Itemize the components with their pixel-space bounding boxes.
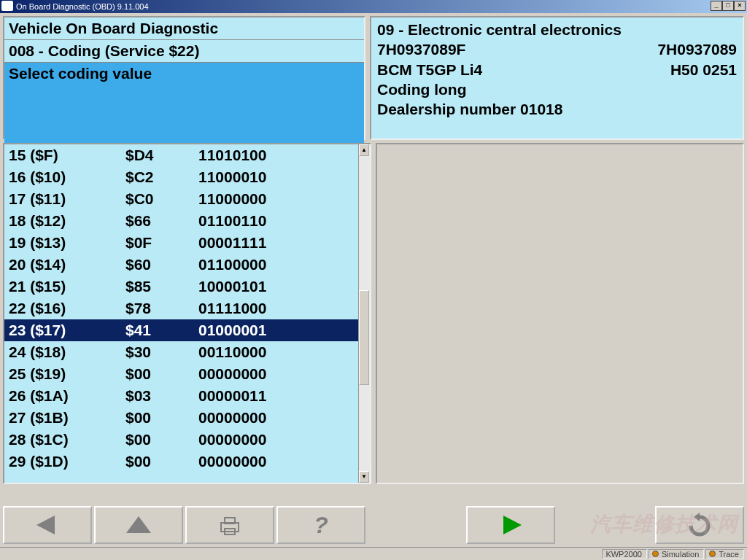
up-button[interactable]	[94, 506, 183, 544]
sw-version: H50 0251	[670, 60, 737, 79]
byte-hex: $0F	[125, 234, 198, 252]
coding-row[interactable]: 15 ($F)$D411010100	[4, 144, 358, 166]
status-dot-icon	[652, 551, 659, 557]
byte-index: 18 ($12)	[9, 212, 125, 230]
part-number-1: 7H0937089F	[377, 39, 465, 59]
window-titlebar: On Board Diagnostic (OBD) 9.11.004 _ □ ×	[0, 0, 747, 13]
scroll-down-button[interactable]: ▼	[359, 471, 369, 483]
byte-index: 27 ($1B)	[9, 409, 125, 427]
byte-index: 17 ($11)	[9, 190, 125, 208]
byte-hex: $03	[125, 387, 198, 405]
byte-bin: 11000010	[198, 168, 354, 186]
byte-bin: 00000000	[198, 365, 354, 383]
byte-bin: 11000000	[198, 190, 354, 208]
byte-bin: 11010100	[198, 147, 354, 164]
svg-marker-7	[694, 513, 700, 521]
byte-index: 15 ($F)	[9, 147, 125, 164]
byte-index: 24 ($18)	[9, 343, 125, 361]
status-protocol: KWP2000	[602, 549, 647, 559]
byte-hex: $41	[125, 322, 198, 339]
byte-bin: 01100110	[198, 212, 354, 230]
status-bar: KWP2000 Simulation Trace	[0, 547, 747, 560]
byte-bin: 01111000	[198, 300, 354, 317]
minimize-button[interactable]: _	[711, 1, 722, 11]
scrollbar[interactable]: ▲ ▼	[358, 144, 370, 483]
svg-text:?: ?	[314, 513, 328, 537]
byte-hex: $00	[125, 409, 198, 427]
refresh-button[interactable]	[655, 506, 744, 544]
close-button[interactable]: ×	[734, 1, 746, 11]
arrow-right-icon	[496, 514, 525, 536]
component-name: BCM T5GP Li4	[377, 60, 482, 79]
back-button[interactable]	[3, 506, 92, 544]
coding-list-panel: 15 ($F)$D41101010016 ($10)$C21100001017 …	[3, 143, 371, 484]
byte-index: 28 ($1C)	[9, 431, 125, 448]
forward-button[interactable]	[466, 506, 555, 544]
byte-index: 20 ($14)	[9, 256, 125, 273]
toolbar: ?	[0, 503, 747, 547]
byte-hex: $30	[125, 343, 198, 361]
coding-row[interactable]: 27 ($1B)$0000000000	[4, 407, 358, 429]
function-header-panel: Vehicle On Board Diagnostic 008 - Coding…	[3, 16, 365, 140]
scroll-up-button[interactable]: ▲	[359, 144, 369, 156]
ecu-info-panel: 09 - Electronic central electronics 7H09…	[370, 16, 744, 140]
coding-row[interactable]: 19 ($13)$0F00001111	[4, 232, 358, 254]
coding-type: Coding long	[377, 79, 737, 99]
byte-bin: 01100000	[198, 256, 354, 273]
byte-bin: 00000000	[198, 431, 354, 448]
byte-bin: 00000000	[198, 453, 354, 470]
byte-hex: $D4	[125, 147, 198, 164]
byte-index: 21 ($15)	[9, 278, 125, 295]
byte-index: 26 ($1A)	[9, 387, 125, 405]
byte-index: 16 ($10)	[9, 168, 125, 186]
printer-icon	[215, 514, 244, 536]
byte-hex: $00	[125, 365, 198, 383]
coding-row[interactable]: 26 ($1A)$0300000011	[4, 385, 358, 407]
help-button[interactable]: ?	[276, 506, 365, 544]
maximize-button[interactable]: □	[722, 1, 734, 11]
byte-bin: 00110000	[198, 343, 354, 361]
refresh-icon	[685, 513, 714, 537]
coding-row[interactable]: 29 ($1D)$0000000000	[4, 451, 358, 472]
dealership-number: Dealership number 01018	[377, 99, 737, 119]
byte-hex: $00	[125, 453, 198, 470]
print-button[interactable]	[185, 506, 274, 544]
byte-bin: 00000011	[198, 387, 354, 405]
scroll-thumb[interactable]	[359, 290, 369, 385]
app-icon	[1, 1, 13, 11]
status-dot-icon	[709, 551, 716, 557]
byte-index: 22 ($16)	[9, 300, 125, 317]
coding-row[interactable]: 20 ($14)$6001100000	[4, 254, 358, 276]
arrow-left-icon	[33, 514, 62, 536]
coding-row[interactable]: 21 ($15)$8510000101	[4, 276, 358, 298]
svg-marker-1	[126, 516, 151, 533]
detail-panel	[376, 143, 744, 484]
coding-row[interactable]: 28 ($1C)$0000000000	[4, 429, 358, 451]
byte-index: 29 ($1D)	[9, 453, 125, 470]
part-number-2: 7H0937089	[657, 39, 737, 59]
byte-hex: $85	[125, 278, 198, 295]
coding-list[interactable]: 15 ($F)$D41101010016 ($10)$C21100001017 …	[4, 144, 358, 483]
byte-hex: $66	[125, 212, 198, 230]
byte-bin: 01000001	[198, 322, 354, 339]
byte-bin: 00001111	[198, 234, 354, 252]
coding-row[interactable]: 22 ($16)$7801111000	[4, 298, 358, 319]
byte-index: 23 ($17)	[9, 322, 125, 339]
byte-hex: $C0	[125, 190, 198, 208]
coding-row[interactable]: 25 ($19)$0000000000	[4, 363, 358, 385]
coding-row[interactable]: 18 ($12)$6601100110	[4, 210, 358, 232]
byte-index: 19 ($13)	[9, 234, 125, 252]
coding-row[interactable]: 23 ($17)$4101000001	[4, 319, 358, 341]
svg-marker-6	[503, 516, 522, 534]
header-line-1: Vehicle On Board Diagnostic	[4, 18, 364, 40]
byte-bin: 10000101	[198, 278, 354, 295]
byte-index: 25 ($19)	[9, 365, 125, 383]
coding-row[interactable]: 17 ($11)$C011000000	[4, 188, 358, 210]
window-title: On Board Diagnostic (OBD) 9.11.004	[16, 2, 149, 11]
byte-hex: $C2	[125, 168, 198, 186]
coding-row[interactable]: 24 ($18)$3000110000	[4, 341, 358, 363]
coding-row[interactable]: 16 ($10)$C211000010	[4, 166, 358, 188]
status-trace: Trace	[705, 549, 744, 559]
header-line-2: 008 - Coding (Service $22)	[4, 40, 364, 63]
byte-hex: $78	[125, 300, 198, 317]
